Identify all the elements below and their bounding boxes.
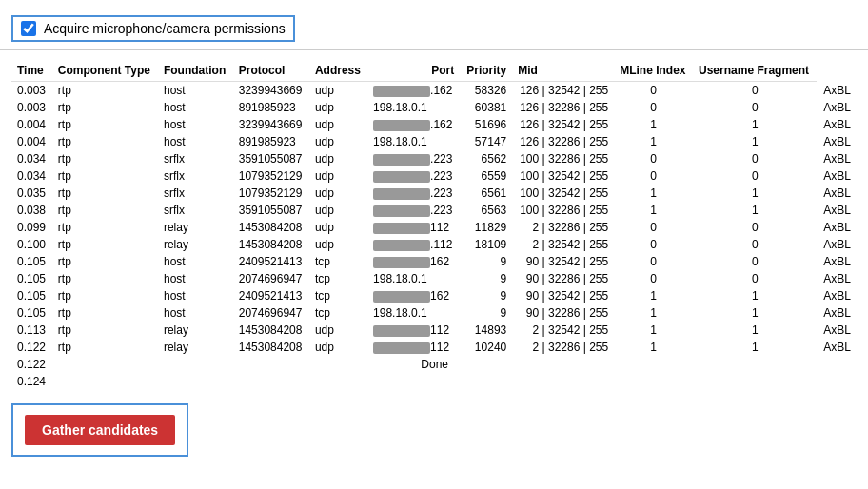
- cell-port: 10240: [460, 339, 512, 356]
- address-blurred: [373, 171, 430, 183]
- microphone-camera-permission-label[interactable]: Acquire microphone/camera permissions: [11, 15, 295, 42]
- cell-address: .162: [367, 82, 460, 100]
- cell-time: 0.105: [11, 304, 52, 322]
- table-row: 0.038 rtp srflx 3591055087 udp .223 6563…: [11, 202, 857, 219]
- cell-component: rtp: [52, 150, 158, 167]
- cell-priority: 126 | 32286 | 255: [512, 99, 614, 116]
- cell-port: 9: [460, 287, 512, 304]
- cell-username: AxBL: [817, 304, 857, 322]
- cell-port: 14893: [460, 322, 512, 339]
- cell-username: AxBL: [817, 202, 857, 219]
- candidates-table: Time Component Type Foundation Protocol …: [11, 60, 857, 390]
- cell-time: 0.105: [11, 287, 52, 304]
- cell-priority: 90 | 32542 | 255: [512, 253, 614, 270]
- cell-priority: 2 | 32542 | 255: [512, 236, 614, 253]
- cell-foundation: 3591055087: [233, 202, 309, 219]
- cell-port: 11829: [460, 219, 512, 236]
- cell-mline: 1: [693, 202, 817, 219]
- cell-time: 0.099: [11, 219, 52, 236]
- address-blurred: [373, 154, 430, 166]
- cell-priority: 90 | 32286 | 255: [512, 270, 614, 287]
- table-row: 0.105 rtp host 2074696947 tcp 198.18.0.1…: [11, 304, 857, 322]
- cell-protocol: udp: [309, 322, 367, 339]
- cell-mid: 1: [614, 116, 693, 133]
- cell-time: 0.100: [11, 236, 52, 253]
- cell-foundation: 1453084208: [233, 219, 309, 236]
- cell-foundation: 2074696947: [233, 304, 309, 322]
- cell-mline: 1: [693, 322, 817, 339]
- cell-mid: 0: [614, 99, 693, 116]
- cell-mid: 1: [614, 339, 693, 356]
- microphone-camera-permission-checkbox[interactable]: [21, 21, 36, 36]
- cell-port: 51696: [460, 116, 512, 133]
- cell-time: 0.035: [11, 185, 52, 202]
- cell-component: rtp: [52, 99, 158, 116]
- cell-username: AxBL: [817, 287, 857, 304]
- cell-address: 198.18.0.1: [367, 133, 460, 150]
- cell-protocol: udp: [309, 116, 367, 133]
- cell-port: 18109: [460, 236, 512, 253]
- permissions-section: Acquire microphone/camera permissions: [0, 0, 868, 50]
- cell-address: 198.18.0.1: [367, 304, 460, 322]
- cell-type: host: [158, 116, 233, 133]
- address-blurred: [373, 120, 430, 131]
- col-time: Time: [11, 60, 52, 82]
- cell-protocol: udp: [309, 133, 367, 150]
- cell-done: Done: [52, 356, 818, 373]
- table-row: 0.003 rtp host 891985923 udp 198.18.0.1 …: [11, 99, 857, 116]
- table-row: 0.113 rtp relay 1453084208 udp 112 14893…: [11, 322, 857, 339]
- cell-address: .223: [367, 202, 460, 219]
- cell-address: 112: [367, 219, 460, 236]
- cell-component: rtp: [52, 116, 158, 133]
- cell-foundation: 1453084208: [233, 322, 309, 339]
- table-row: 0.099 rtp relay 1453084208 udp 112 11829…: [11, 219, 857, 236]
- col-address: Address: [309, 60, 367, 82]
- cell-username: AxBL: [817, 99, 857, 116]
- cell-username: AxBL: [817, 270, 857, 287]
- cell-address: .223: [367, 150, 460, 167]
- cell-address: 198.18.0.1: [367, 270, 460, 287]
- cell-username: AxBL: [817, 322, 857, 339]
- col-port: Port: [367, 60, 460, 82]
- gather-candidates-button[interactable]: Gather candidates: [25, 415, 175, 445]
- cell-time: 0.004: [11, 116, 52, 133]
- cell-address: .223: [367, 167, 460, 185]
- cell-port: 9: [460, 253, 512, 270]
- cell-time: 0.003: [11, 82, 52, 100]
- cell-username: AxBL: [817, 133, 857, 150]
- cell-protocol: tcp: [309, 253, 367, 270]
- table-row: 0.122 rtp relay 1453084208 udp 112 10240…: [11, 339, 857, 356]
- cell-type: relay: [158, 339, 233, 356]
- cell-username: AxBL: [817, 253, 857, 270]
- cell-address: .223: [367, 185, 460, 202]
- cell-mid: 1: [614, 185, 693, 202]
- cell-mid: 0: [614, 236, 693, 253]
- cell-mline: 1: [693, 304, 817, 322]
- cell-type: srflx: [158, 202, 233, 219]
- cell-component: rtp: [52, 185, 158, 202]
- cell-component: rtp: [52, 287, 158, 304]
- cell-priority: 2 | 32286 | 255: [512, 219, 614, 236]
- cell-component: rtp: [52, 253, 158, 270]
- cell-username: AxBL: [817, 219, 857, 236]
- permission-label-text: Acquire microphone/camera permissions: [44, 21, 286, 36]
- cell-protocol: udp: [309, 167, 367, 185]
- gather-candidates-section: Gather candidates: [11, 403, 188, 457]
- cell-type: relay: [158, 219, 233, 236]
- address-blurred: [373, 342, 430, 354]
- table-row: 0.035 rtp srflx 1079352129 udp .223 6561…: [11, 185, 857, 202]
- table-row: 0.034 rtp srflx 1079352129 udp .223 6559…: [11, 167, 857, 185]
- cell-type: srflx: [158, 167, 233, 185]
- cell-foundation: 1453084208: [233, 339, 309, 356]
- cell-port: 6563: [460, 202, 512, 219]
- cell-foundation: 891985923: [233, 133, 309, 150]
- cell-priority: 2 | 32286 | 255: [512, 339, 614, 356]
- cell-mid: 0: [614, 219, 693, 236]
- cell-port: 60381: [460, 99, 512, 116]
- address-blurred: [373, 205, 430, 217]
- cell-type: relay: [158, 322, 233, 339]
- cell-mline: 0: [693, 219, 817, 236]
- table-row: 0.003 rtp host 3239943669 udp .162 58326…: [11, 82, 857, 100]
- col-priority: Priority: [460, 60, 512, 82]
- cell-time: 0.034: [11, 167, 52, 185]
